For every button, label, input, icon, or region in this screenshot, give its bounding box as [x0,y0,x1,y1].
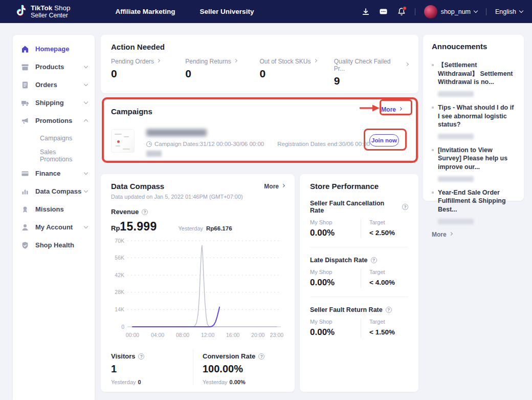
help-icon[interactable] [142,209,148,215]
home-icon [21,45,29,53]
metric-seller-fault-cancellation: Seller Fault Cancellation Rate My Shop0.… [310,200,408,247]
help-icon[interactable] [258,353,264,360]
cancellation-my-shop-value: 0.00% [310,228,361,238]
nav-seller-university[interactable]: Seller University [200,8,254,15]
help-icon[interactable] [402,204,408,210]
announcement-item[interactable]: 【Settlement Withdrawal】 Settlement Withd… [432,61,515,87]
chevron-right-icon [449,231,453,235]
conversion-rate-stat: Conversion Rate 100.00% Yesterday0.00% [193,349,284,385]
chevron-right-icon [234,59,237,62]
promotions-icon [21,117,29,125]
language-label: English [495,8,516,15]
out-of-stock-count: 0 [260,68,334,80]
chevron-down-icon [84,171,88,175]
conversion-rate-value: 100.00% [203,363,284,375]
pending-orders-count: 0 [111,68,185,80]
logo-shop: Shop [52,4,70,12]
seller-center-dashboard: TikTok Shop Seller Center Affiliate Mark… [0,0,532,400]
chevron-down-icon [84,100,88,104]
registration-dates: Registration Dates end:30/06 00:00 [277,141,370,147]
campaign-tag-redacted [146,151,162,157]
announcements-title: Annoucements [432,42,515,51]
notifications-icon[interactable] [397,7,406,16]
finance-icon [21,170,29,178]
announcement-date-redacted [438,176,474,182]
orders-icon [21,81,29,89]
chevron-right-icon [398,107,402,111]
bullet-icon [432,149,434,151]
logo-brand: TikTok [31,4,52,12]
action-out-of-stock[interactable]: Out of Stock SKUs 0 [260,58,334,87]
shop-account-menu[interactable]: shop_num [424,5,477,18]
data-compass-more-link[interactable]: More [264,183,284,190]
svg-text:16:00: 16:00 [226,332,239,338]
sidebar-item-orders[interactable]: Orders [21,76,87,94]
campaign-list-item[interactable]: Campaign Dates:31/12 00:00-30/06 00:00 R… [111,129,370,157]
return-my-shop-value: 0.00% [310,327,361,338]
sidebar-item-homepage[interactable]: Homepage [21,40,87,58]
metric-seller-fault-return: Seller Fault Return Rate My Shop0.00% Ta… [310,306,408,338]
action-needed-title: Action Needed [111,43,408,51]
language-selector[interactable]: English [495,8,523,15]
announcements-card: Annoucements 【Settlement Withdrawal】 Set… [423,35,524,201]
action-pending-orders[interactable]: Pending Orders 0 [111,58,185,87]
tiktok-shop-logo[interactable]: TikTok Shop Seller Center [15,4,71,19]
annotation-arrow-icon [359,103,380,113]
data-compass-card: Data Compass More Data updated on Jan 5,… [101,174,295,392]
revenue-value: 15.999 [120,220,157,234]
sidebar: Homepage Products Orders Shipping Promot… [13,35,95,400]
join-now-button[interactable]: Join now [369,134,399,146]
svg-text:00:00: 00:00 [126,332,139,338]
campaign-name-redacted [146,129,207,136]
announcement-item[interactable]: Year-End Sale Order Fulfillment & Shippi… [432,188,515,214]
sidebar-item-shipping[interactable]: Shipping [21,94,87,112]
download-icon[interactable] [361,7,370,16]
announcements-more-link[interactable]: More [432,231,515,238]
navbar-links: Affiliate Marketing Seller University [116,8,254,15]
sidebar-item-my-account[interactable]: My Account [21,218,87,236]
action-quality-check-failed[interactable]: Quality Check Failed Pr... 9 [334,58,408,87]
sidebar-item-data-compass[interactable]: Data Compass [21,182,87,200]
help-icon[interactable] [371,257,377,263]
nav-affiliate-marketing[interactable]: Affiliate Marketing [116,8,175,15]
svg-text:08:00: 08:00 [176,332,189,338]
visitors-value: 1 [111,363,193,375]
chevron-down-icon [84,224,88,228]
sidebar-item-sales-promotions[interactable]: Sales Promotions [21,147,87,164]
my-account-icon [21,223,29,231]
sidebar-item-missions[interactable]: Missions [21,200,87,218]
announcement-item[interactable]: Tips - What should I do if I see abnorma… [432,103,515,129]
svg-text:70K: 70K [115,238,124,244]
campaigns-more-link[interactable]: More [381,106,402,113]
chevron-down-icon [84,64,88,68]
announcement-item[interactable]: [Invitation to View Survey] Please help … [432,146,515,172]
shop-avatar [424,5,437,18]
chevron-right-icon [405,62,409,66]
tiktok-note-icon [15,4,27,19]
sidebar-item-products[interactable]: Products [21,58,87,76]
data-updated-timestamp: Data updated on Jan 5, 2022 01:46PM (GMT… [111,194,284,200]
chevron-up-icon [84,119,88,123]
navbar-divider [415,8,415,15]
sidebar-item-promotions[interactable]: Promotions [21,112,87,130]
revenue-label: Revenue [111,208,139,216]
sidebar-item-shop-health[interactable]: Shop Health [21,236,87,254]
messages-icon[interactable] [379,7,388,16]
bullet-icon [432,64,434,66]
sidebar-item-finance[interactable]: Finance [21,164,87,182]
svg-text:20:00: 20:00 [251,332,264,338]
help-icon[interactable] [138,353,144,360]
sidebar-item-campaigns[interactable]: Campaigns [21,130,87,147]
svg-text:42K: 42K [115,272,124,278]
chevron-right-icon [281,183,285,187]
logo-seller-center: Seller Center [31,12,71,19]
revenue-line-chart[interactable]: 014K28K42K56K70K00:0004:0008:0012:0016:0… [111,234,284,342]
late-dispatch-my-shop-value: 0.00% [310,278,361,288]
revenue-yesterday-value: Rp66.176 [206,225,232,231]
return-target-value: < 1.50% [369,328,395,336]
help-icon[interactable] [386,307,392,313]
action-pending-returns[interactable]: Pending Returns 0 [185,58,259,87]
conversion-rate-label: Conversion Rate [203,352,255,360]
navbar-divider [486,8,486,15]
svg-text:56K: 56K [115,255,124,261]
